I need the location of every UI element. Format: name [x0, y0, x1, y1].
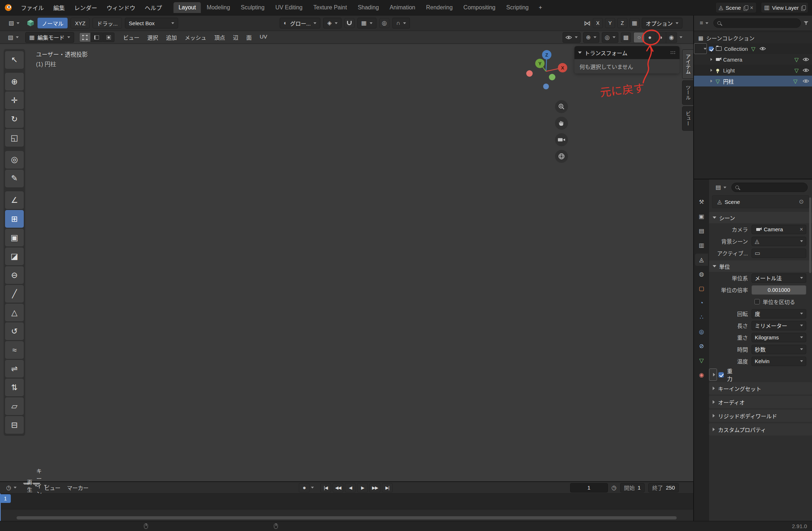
material-preview-button[interactable] — [655, 32, 666, 43]
face-select-button[interactable] — [103, 32, 114, 42]
rotation-dropdown[interactable]: 度 — [752, 309, 806, 318]
menu-item[interactable]: ファイル — [17, 1, 48, 14]
poly-build-tool[interactable]: △ — [5, 304, 24, 321]
menu-item[interactable]: メッシュ — [181, 32, 210, 43]
expand-caret-icon[interactable] — [704, 48, 707, 50]
new-scene-icon[interactable] — [744, 5, 748, 10]
editor-type-button[interactable] — [713, 182, 728, 193]
particles-tab[interactable]: ∴ — [695, 311, 708, 323]
editor-type-button[interactable] — [4, 18, 24, 28]
unit-scale-field[interactable]: 0.001000 — [752, 285, 806, 295]
spin-tool[interactable]: ↺ — [5, 322, 24, 340]
shear-tool[interactable]: ▱ — [5, 397, 24, 415]
mirror-z-toggle[interactable]: Z — [617, 18, 627, 28]
proportional-falloff-dropdown[interactable] — [392, 18, 410, 28]
scene-selector[interactable]: Scene — [716, 2, 757, 13]
navigation-gizmo[interactable]: Z Y X — [524, 49, 568, 94]
length-dropdown[interactable]: ミリメーター — [752, 321, 806, 330]
transform-orientation-dropdown[interactable]: グロー... — [280, 18, 320, 28]
transform-tool[interactable]: ◎ — [5, 151, 24, 169]
mirror-x-toggle[interactable]: X — [593, 18, 603, 28]
collection-checkbox[interactable] — [709, 46, 713, 51]
frame-end-field[interactable]: 終了 250 — [648, 483, 679, 492]
jump-to-end-button[interactable]: ▶| — [382, 483, 393, 492]
workspace-tab[interactable]: Animation — [385, 2, 420, 13]
object-tab[interactable]: ▢ — [695, 282, 708, 295]
render-tab[interactable]: ▣ — [695, 210, 708, 223]
cursor-tool[interactable]: ⊕ — [5, 73, 24, 90]
edge-select-button[interactable] — [91, 32, 103, 42]
outliner-row[interactable]: ∷ Light — [694, 65, 812, 76]
gravity-checkbox[interactable] — [718, 372, 724, 378]
editor-type-button[interactable] — [698, 18, 710, 28]
sidebar-tab[interactable]: ツール — [682, 80, 693, 105]
workspace-tab[interactable]: Shading — [353, 2, 384, 13]
time-dropdown[interactable]: 秒数 — [752, 345, 806, 354]
modifiers-tab[interactable]: ◔ — [695, 297, 708, 309]
workspace-tab[interactable]: Compositing — [459, 2, 501, 13]
smooth-tool[interactable]: ≈ — [5, 341, 24, 359]
snap-settings-dropdown[interactable] — [357, 18, 376, 28]
knife-tool[interactable]: ╱ — [5, 285, 24, 303]
timeline-ruler[interactable]: 1020304050607080901001101201301401501601… — [0, 494, 693, 509]
proportional-edit-toggle[interactable] — [379, 18, 389, 28]
menu-item[interactable]: 再生 — [23, 483, 31, 487]
hide-eye-icon[interactable] — [759, 46, 766, 51]
menu-item[interactable]: 頂点 — [211, 32, 229, 43]
drag-mode-button[interactable]: ドラッ... — [93, 18, 122, 28]
xray-toggle-button[interactable] — [621, 32, 631, 43]
transform-panel-header[interactable]: トランスフォーム — [574, 46, 680, 59]
mirror-y-toggle[interactable]: Y — [605, 18, 615, 28]
select-box-tool[interactable]: ↖ — [5, 51, 24, 69]
prev-keyframe-button[interactable]: ◀◀ — [333, 483, 343, 492]
close-scene-icon[interactable] — [750, 5, 753, 11]
select-box-dropdown[interactable]: Select Box — [125, 18, 178, 28]
play-reverse-button[interactable]: ◀ — [345, 483, 356, 492]
mass-dropdown[interactable]: Kilograms — [752, 333, 806, 342]
chevron-down-icon[interactable] — [311, 487, 314, 488]
rendered-shading-button[interactable] — [666, 32, 677, 43]
properties-panel-header[interactable]: オーディオ — [709, 396, 812, 408]
timeline-track[interactable] — [0, 509, 693, 521]
menu-item[interactable]: ビュー — [41, 483, 63, 492]
hide-eye-icon[interactable] — [803, 57, 809, 62]
menu-item[interactable]: ウィンドウ — [102, 1, 140, 14]
world-tab[interactable]: ◍ — [695, 268, 708, 280]
add-workspace-button[interactable]: + — [535, 2, 546, 13]
workspace-tab[interactable]: Modeling — [202, 2, 235, 13]
tool-tab[interactable]: ⚒ — [695, 196, 708, 208]
playhead-badge[interactable]: 1 — [0, 494, 11, 503]
menu-item[interactable]: レンダー — [70, 1, 102, 14]
background-scene-field[interactable] — [752, 237, 806, 246]
temperature-dropdown[interactable]: Kelvin — [752, 357, 806, 366]
constraints-tab[interactable]: ⊘ — [695, 340, 708, 352]
move-tool[interactable]: ✛ — [5, 92, 24, 109]
snap-grid-button[interactable] — [630, 18, 640, 28]
menu-item[interactable]: 選択 — [144, 32, 162, 43]
vertex-select-button[interactable] — [79, 32, 91, 42]
scene-tab[interactable]: ◬ — [695, 254, 708, 266]
gizmos-dropdown[interactable] — [583, 32, 599, 43]
mode-dropdown[interactable]: 編集モード — [25, 32, 74, 43]
expand-caret-icon[interactable] — [710, 80, 712, 82]
outliner-search-input[interactable] — [713, 18, 801, 28]
orthographic-toggle-button[interactable] — [555, 150, 568, 163]
timeline-scrollbar[interactable] — [17, 516, 677, 519]
panel-grip-icon[interactable] — [670, 51, 676, 54]
snap-toggle-button[interactable] — [344, 18, 355, 28]
clock-icon[interactable] — [612, 485, 617, 491]
expand-caret-icon[interactable] — [710, 69, 712, 72]
view-layer-tab[interactable]: ▥ — [695, 239, 708, 251]
hide-eye-icon[interactable] — [803, 68, 809, 72]
expand-caret-icon[interactable] — [710, 58, 712, 61]
menu-item[interactable]: 面 — [243, 32, 255, 43]
camera-field[interactable]: Camera — [752, 225, 806, 234]
material-tab[interactable]: ◉ — [695, 369, 708, 381]
properties-panel-header[interactable]: キーイングセット — [709, 382, 812, 394]
properties-panel-header[interactable]: 重力 — [709, 369, 717, 381]
annotate-tool[interactable]: ✎ — [5, 170, 24, 187]
current-frame-field[interactable]: 1 — [570, 483, 608, 492]
menu-item[interactable]: ビュー — [119, 32, 143, 43]
menu-item[interactable]: 追加 — [162, 32, 180, 43]
editor-type-button[interactable] — [4, 482, 19, 493]
